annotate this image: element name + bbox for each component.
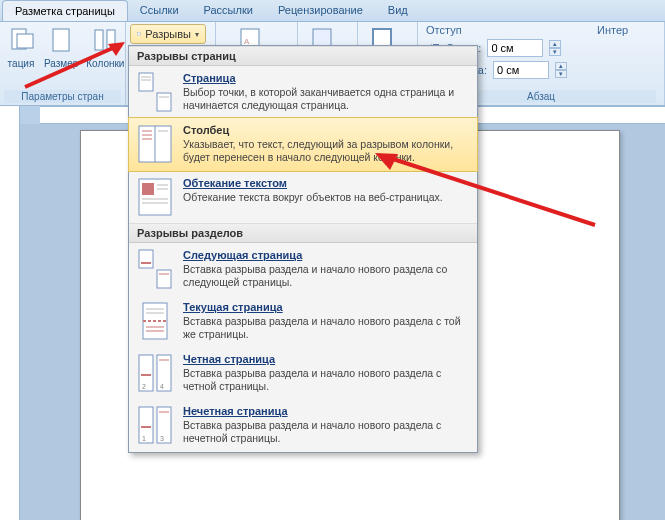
item-title: Следующая страница	[183, 249, 469, 261]
svg-text:3: 3	[160, 435, 164, 442]
size-button[interactable]: Размер	[42, 24, 80, 71]
item-desc: Указывает, что текст, следующий за разры…	[183, 138, 469, 164]
section-header-section-breaks: Разрывы разделов	[129, 223, 477, 243]
svg-rect-4	[107, 30, 115, 50]
continuous-icon	[137, 301, 173, 341]
indent-right-spinner[interactable]: ▴▾	[555, 62, 567, 78]
menu-item-odd-page[interactable]: 13 Нечетная страница Вставка разрыва раз…	[129, 399, 477, 451]
size-label: Размер	[44, 58, 78, 69]
columns-icon	[90, 26, 120, 56]
spacing-title: Интер	[597, 24, 628, 83]
indent-title: Отступ	[426, 24, 567, 36]
svg-rect-34	[139, 250, 153, 268]
group-page-setup-label: Параметры стран	[4, 90, 121, 103]
vertical-ruler[interactable]	[0, 124, 20, 520]
item-title: Текущая страница	[183, 301, 469, 313]
item-desc: Вставка разрыва раздела и начало нового …	[183, 263, 469, 289]
svg-rect-2	[53, 29, 69, 51]
item-title: Обтекание текстом	[183, 177, 443, 189]
section-header-page-breaks: Разрывы страниц	[129, 46, 477, 66]
ribbon-tabs: Разметка страницы Ссылки Рассылки Реценз…	[0, 0, 665, 22]
orientation-icon	[6, 26, 36, 56]
item-desc: Вставка разрыва раздела и начало нового …	[183, 367, 469, 393]
svg-text:2: 2	[142, 383, 146, 390]
breaks-icon	[137, 27, 141, 41]
page-break-icon	[137, 72, 173, 112]
item-title: Четная страница	[183, 353, 469, 365]
menu-item-page-break[interactable]: Страница Выбор точки, в которой заканчив…	[129, 66, 477, 118]
columns-label: Колонки	[86, 58, 124, 69]
svg-rect-1	[17, 34, 33, 48]
menu-item-text-wrapping-break[interactable]: Обтекание текстом Обтекание текста вокру…	[129, 171, 477, 223]
item-desc: Вставка разрыва раздела и начало нового …	[183, 315, 469, 341]
item-title: Столбец	[183, 124, 469, 136]
svg-rect-17	[139, 73, 153, 91]
menu-item-next-page[interactable]: Следующая страница Вставка разрыва разде…	[129, 243, 477, 295]
item-title: Нечетная страница	[183, 405, 469, 417]
text-wrap-icon	[137, 177, 173, 217]
menu-item-even-page[interactable]: 24 Четная страница Вставка разрыва разде…	[129, 347, 477, 399]
orientation-label: тация	[8, 58, 35, 69]
breaks-dropdown: Разрывы страниц Страница Выбор точки, в …	[128, 45, 478, 453]
svg-rect-3	[95, 30, 103, 50]
breaks-label: Разрывы	[145, 28, 191, 40]
svg-rect-35	[157, 270, 171, 288]
menu-item-continuous[interactable]: Текущая страница Вставка разрыва раздела…	[129, 295, 477, 347]
tab-links[interactable]: Ссылки	[128, 0, 192, 21]
item-desc: Обтекание текста вокруг объектов на веб-…	[183, 191, 443, 204]
tab-view[interactable]: Вид	[376, 0, 421, 21]
item-desc: Выбор точки, в которой заканчивается одн…	[183, 86, 469, 112]
next-page-icon	[137, 249, 173, 289]
size-icon	[46, 26, 76, 56]
tab-page-layout[interactable]: Разметка страницы	[2, 0, 128, 21]
tab-mailings[interactable]: Рассылки	[192, 0, 266, 21]
columns-button[interactable]: Колонки	[84, 24, 126, 71]
item-title: Страница	[183, 72, 469, 84]
svg-rect-29	[142, 183, 154, 195]
indent-right-input[interactable]	[493, 61, 549, 79]
even-page-icon: 24	[137, 353, 173, 393]
indent-left-input[interactable]	[487, 39, 543, 57]
breaks-button[interactable]: Разрывы ▾	[130, 24, 206, 44]
svg-text:4: 4	[160, 383, 164, 390]
menu-item-column-break[interactable]: Столбец Указывает, что текст, следующий …	[128, 117, 478, 171]
odd-page-icon: 13	[137, 405, 173, 445]
item-desc: Вставка разрыва раздела и начало нового …	[183, 419, 469, 445]
column-break-icon	[137, 124, 173, 164]
svg-rect-18	[157, 93, 171, 111]
tab-review[interactable]: Рецензирование	[266, 0, 376, 21]
chevron-down-icon: ▾	[195, 30, 199, 39]
indent-left-spinner[interactable]: ▴▾	[549, 40, 561, 56]
orientation-button[interactable]: тация	[4, 24, 38, 71]
svg-text:1: 1	[142, 435, 146, 442]
